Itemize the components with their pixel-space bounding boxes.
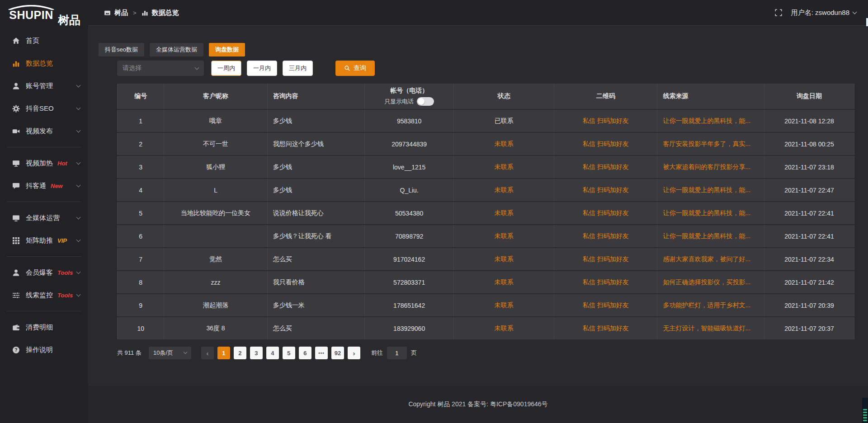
source-link[interactable]: 让你一眼就爱上的黑科技，能... (663, 186, 750, 193)
page-button-92[interactable]: 92 (331, 347, 344, 359)
sidebar-item-media-operation[interactable]: 全媒体运营 (0, 207, 88, 229)
page-ellipsis[interactable]: ••• (315, 347, 328, 359)
breadcrumb-separator: > (133, 9, 137, 16)
source-link[interactable]: 无主灯设计，智能磁吸轨道灯... (663, 324, 750, 332)
goto-page-input[interactable] (387, 347, 407, 359)
status-badge: 未联系 (495, 301, 514, 309)
sidebar-item-douyin-seo[interactable]: 抖音SEO (0, 97, 88, 120)
source-link[interactable]: 让你一眼就爱上的黑科技，能... (663, 117, 750, 124)
sidebar-item-consumption-detail[interactable]: 消费明细 (0, 316, 88, 338)
tab-media-operation-data[interactable]: 全媒体运营数据 (150, 43, 203, 56)
breadcrumb-item[interactable]: 树品 (104, 9, 128, 17)
qrcode-link[interactable]: 私信 扫码加好友 (583, 255, 629, 263)
cell-account: 572803371 (365, 271, 454, 293)
source-link[interactable]: 客厅安装投影半年多了，真实... (663, 140, 750, 147)
cell-content: 我只看价格 (268, 271, 365, 293)
fullscreen-icon[interactable] (775, 9, 782, 16)
cell-qrcode: 私信 扫码加好友 (554, 248, 657, 270)
menu-divider (7, 202, 81, 202)
qrcode-link[interactable]: 私信 扫码加好友 (583, 140, 629, 147)
cell-source: 让你一眼就爱上的黑科技，能... (657, 179, 764, 201)
corner-widget[interactable] (862, 398, 868, 423)
status-badge: 已联系 (495, 117, 514, 124)
page-button-2[interactable]: 2 (234, 347, 246, 359)
page-button-6[interactable]: 6 (299, 347, 311, 359)
tabs-bar: 抖音seo数据全媒体运营数据询盘数据 (99, 43, 854, 56)
page-button-1[interactable]: 1 (217, 347, 230, 359)
tab-inquiry-data[interactable]: 询盘数据 (209, 43, 245, 56)
source-link[interactable]: 感谢大家喜欢我家，被问了好... (663, 255, 750, 263)
breadcrumb-item[interactable]: 数据总览 (142, 9, 179, 17)
cell-id: 4 (117, 179, 164, 201)
page-button-5[interactable]: 5 (283, 347, 295, 359)
period-buttons: 一周内一月内三月内 (204, 61, 313, 76)
breadcrumb-label: 树品 (114, 9, 128, 17)
sidebar-item-video-publish[interactable]: 视频发布 (0, 120, 88, 142)
sidebar-item-data-overview[interactable]: 数据总览 (0, 52, 88, 75)
tab-douyin-seo-data[interactable]: 抖音seo数据 (99, 43, 144, 56)
query-button[interactable]: 查询 (335, 61, 375, 76)
cell-qrcode: 私信 扫码加好友 (554, 110, 657, 132)
cell-qrcode: 私信 扫码加好友 (554, 156, 657, 178)
sidebar-item-account-management[interactable]: 账号管理 (0, 75, 88, 97)
period-button-1[interactable]: 一周内 (211, 61, 241, 76)
video-icon (12, 127, 20, 135)
qrcode-link[interactable]: 私信 扫码加好友 (583, 324, 629, 332)
source-link[interactable]: 如何正确选择投影仪，买投影... (663, 278, 750, 286)
user-menu[interactable]: 用户名: zswodun88 (791, 9, 856, 17)
chevron-down-icon (77, 272, 80, 273)
sidebar-item-douketong[interactable]: 抖客通New (0, 174, 88, 197)
sidebar-item-lead-monitor[interactable]: 线索监控Tools (0, 284, 88, 306)
page-button-3[interactable]: 3 (250, 347, 263, 359)
cell-source: 让你一眼就爱上的黑科技，能... (657, 202, 764, 224)
sidebar-item-badge: Tools (57, 269, 73, 276)
sidebar-item-home[interactable]: 首页 (0, 29, 88, 52)
chevron-down-icon (77, 185, 80, 187)
chevron-down-icon (77, 295, 80, 296)
qrcode-link[interactable]: 私信 扫码加好友 (583, 278, 629, 286)
source-link[interactable]: 让你一眼就爱上的黑科技，能... (663, 232, 750, 240)
source-link[interactable]: 多功能护栏灯，适用于乡村文... (663, 301, 750, 309)
page-next-button[interactable]: › (348, 347, 360, 359)
goto-unit-label: 页 (411, 349, 417, 357)
period-button-3[interactable]: 三月内 (283, 61, 313, 76)
sidebar-item-video-heating[interactable]: 视频加热Hot (0, 152, 88, 174)
period-button-2[interactable]: 一月内 (247, 61, 277, 76)
cell-id: 8 (117, 271, 164, 293)
cell-id: 5 (117, 202, 164, 224)
qrcode-link[interactable]: 私信 扫码加好友 (583, 186, 629, 193)
main-column: 树品>数据总览 用户名: zswodun88 抖音seo数据全媒体运营数据询盘数… (88, 0, 868, 423)
qrcode-link[interactable]: 私信 扫码加好友 (583, 117, 629, 124)
col-account: 帐号（电话）只显示电话 (365, 84, 454, 109)
page-button-4[interactable]: 4 (266, 347, 279, 359)
breadcrumb: 树品>数据总览 (104, 9, 179, 17)
qrcode-link[interactable]: 私信 扫码加好友 (583, 209, 629, 216)
phone-only-toggle[interactable] (417, 97, 434, 106)
cell-source: 客厅安装投影半年多了，真实... (657, 133, 764, 155)
sidebar-item-label: 消费明细 (26, 323, 53, 332)
page-prev-button[interactable]: ‹ (201, 347, 214, 359)
qrcode-link[interactable]: 私信 扫码加好友 (583, 163, 629, 170)
menu-divider (7, 147, 81, 147)
cell-account: Q_Liu. (365, 179, 454, 201)
page-size-select[interactable]: 10条/页 (149, 347, 191, 359)
sidebar-item-operation-guide[interactable]: ?操作说明 (0, 338, 88, 361)
sidebar-item-member-promo[interactable]: 会员爆客Tools (0, 261, 88, 284)
sidebar-item-matrix-boost[interactable]: 矩阵助推VIP (0, 229, 88, 252)
source-link[interactable]: 被大家追着问的客厅投影分享... (663, 163, 750, 170)
qrcode-link[interactable]: 私信 扫码加好友 (583, 232, 629, 240)
logo: SHUPIN 树品 (0, 0, 88, 26)
cell-status: 未联系 (454, 317, 554, 339)
account-column-label: 帐号（电话） (365, 87, 453, 95)
cell-source: 如何正确选择投影仪，买投影... (657, 271, 764, 293)
cell-nickname: 狐小狸 (164, 156, 267, 178)
table-row: 2不可一世我想问这个多少钱2097344839未联系私信 扫码加好友客厅安装投影… (117, 133, 854, 155)
cell-account: 183929060 (365, 317, 454, 339)
source-link[interactable]: 让你一眼就爱上的黑科技，能... (663, 209, 750, 216)
filter-select[interactable]: 请选择 (117, 61, 204, 76)
cell-account: 2097344839 (365, 133, 454, 155)
total-count: 共 911 条 (117, 349, 142, 357)
cell-content: 怎么买 (268, 317, 365, 339)
qrcode-link[interactable]: 私信 扫码加好友 (583, 301, 629, 309)
cell-nickname: 36度 8 (164, 317, 267, 339)
